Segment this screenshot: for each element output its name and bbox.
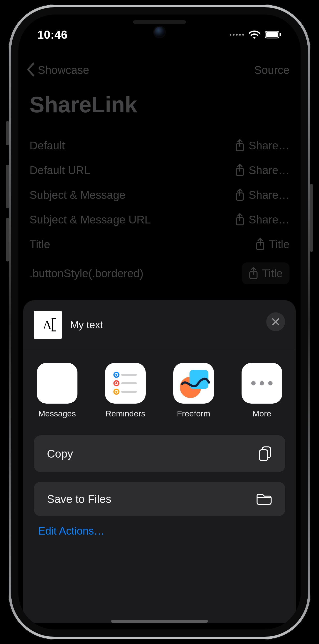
- list-row: Default Share…: [18, 133, 300, 158]
- action-files[interactable]: Save to Files: [34, 482, 285, 516]
- close-icon: [272, 318, 280, 326]
- share-sheet: A My text: [23, 300, 296, 623]
- content-rows: Default Share…Default URL Share…Subject …: [18, 133, 300, 290]
- phone-side-button: [6, 121, 9, 145]
- share-up-icon: [235, 213, 245, 226]
- share-button-label: Share…: [248, 139, 290, 152]
- more-app-icon: [242, 363, 282, 404]
- share-up-icon: [255, 238, 265, 250]
- share-app-label: Freeform: [177, 409, 210, 418]
- list-row: Subject & Message URL Share…: [18, 207, 300, 232]
- status-time: 10:46: [37, 28, 68, 42]
- share-button[interactable]: Share…: [235, 139, 290, 152]
- share-app-messages[interactable]: Messages: [35, 363, 79, 418]
- svg-point-23: [268, 381, 272, 386]
- back-label: Showcase: [38, 64, 89, 76]
- share-button[interactable]: Title: [242, 262, 290, 284]
- row-label: Subject & Message URL: [30, 213, 151, 226]
- share-button-label: Title: [262, 267, 283, 280]
- share-apps-row: Messages Reminders Freeform More: [23, 349, 296, 426]
- chevron-left-icon: [26, 62, 35, 76]
- row-label: Default: [30, 139, 65, 152]
- share-up-icon: [235, 164, 245, 176]
- share-up-icon: [235, 139, 245, 152]
- svg-point-11: [116, 374, 118, 376]
- phone-side-button: [310, 184, 313, 252]
- action-label: Save to Files: [47, 492, 111, 506]
- share-sheet-header: A My text: [23, 300, 296, 349]
- home-indicator[interactable]: [111, 620, 208, 623]
- share-app-label: Messages: [38, 409, 76, 418]
- back-button[interactable]: Showcase: [26, 63, 89, 77]
- svg-rect-18: [121, 391, 137, 393]
- share-button[interactable]: Share…: [235, 164, 290, 177]
- share-button-label: Share…: [248, 188, 290, 202]
- phone-side-button: [6, 165, 9, 208]
- share-button-label: Share…: [248, 213, 290, 226]
- close-button[interactable]: [266, 312, 285, 331]
- list-row: .buttonStyle(.bordered) Title: [18, 257, 300, 290]
- row-label: Default URL: [30, 164, 90, 177]
- share-up-icon: [248, 267, 258, 280]
- svg-point-9: [44, 372, 70, 391]
- share-button[interactable]: Share…: [235, 188, 290, 202]
- freeform-app-icon: [173, 363, 214, 404]
- share-app-reminders[interactable]: Reminders: [104, 363, 147, 418]
- svg-point-22: [260, 381, 264, 386]
- share-app-label: Reminders: [106, 409, 145, 418]
- svg-rect-15: [121, 382, 137, 384]
- share-actions: Copy Save to Files: [23, 426, 296, 516]
- share-preview-title: My text: [70, 319, 103, 331]
- folder-icon: [256, 493, 272, 505]
- svg-point-14: [116, 382, 118, 384]
- row-label: Title: [30, 238, 50, 251]
- nav-bar: Showcase Source: [18, 63, 300, 77]
- list-row: Default URL Share…: [18, 158, 300, 182]
- svg-rect-25: [260, 450, 268, 460]
- svg-rect-1: [266, 32, 278, 37]
- action-label: Copy: [47, 447, 73, 460]
- svg-rect-12: [121, 374, 137, 376]
- svg-rect-2: [280, 33, 281, 36]
- share-button[interactable]: Share…: [235, 213, 290, 226]
- list-row: Subject & Message Share…: [18, 182, 300, 207]
- edit-actions-button[interactable]: Edit Actions…: [23, 516, 296, 537]
- phone-screen: 10:46: [18, 14, 300, 630]
- action-copy[interactable]: Copy: [34, 435, 285, 472]
- copy-icon: [258, 446, 272, 462]
- share-up-icon: [235, 188, 245, 201]
- row-label: Subject & Message: [30, 188, 125, 202]
- status-bar: 10:46: [18, 24, 300, 46]
- svg-point-21: [251, 381, 256, 386]
- share-app-freeform[interactable]: Freeform: [172, 363, 216, 418]
- cellular-dots-icon: [230, 34, 244, 36]
- messages-app-icon: [37, 363, 78, 404]
- text-glyph-icon: A: [42, 318, 53, 332]
- phone-side-button: [6, 218, 9, 262]
- svg-point-17: [116, 391, 118, 393]
- share-app-label: More: [252, 409, 271, 418]
- phone-speaker: [133, 20, 186, 24]
- share-button-label: Share…: [248, 164, 290, 177]
- share-preview-thumbnail: A: [34, 311, 62, 339]
- battery-icon: [265, 30, 282, 39]
- share-button[interactable]: Title: [255, 238, 290, 251]
- list-row: Title Title: [18, 232, 300, 257]
- reminders-app-icon: [105, 363, 146, 404]
- wifi-icon: [248, 30, 260, 39]
- row-label: .buttonStyle(.bordered): [30, 267, 144, 280]
- page-title: ShareLink: [30, 92, 137, 118]
- share-button-label: Title: [269, 238, 290, 251]
- nav-right-button[interactable]: Source: [254, 64, 290, 76]
- share-app-more[interactable]: More: [240, 363, 284, 418]
